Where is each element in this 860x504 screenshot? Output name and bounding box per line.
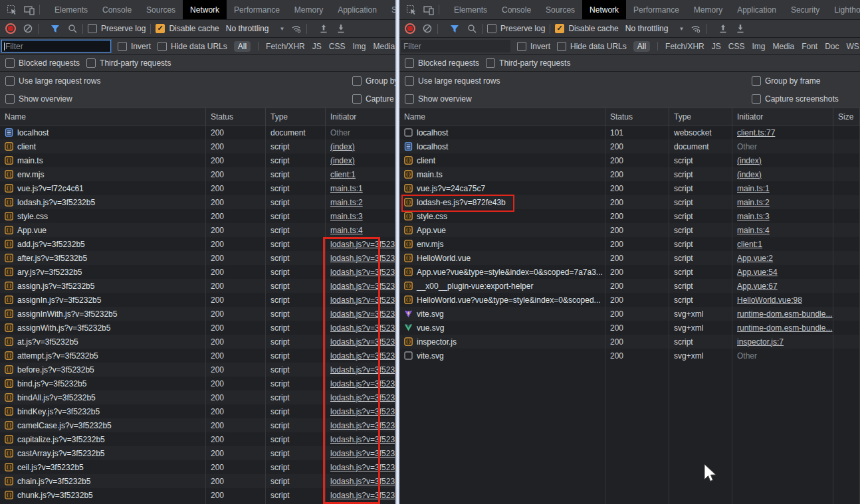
initiator-cell[interactable]: main.ts:2 xyxy=(732,195,833,209)
initiator-cell[interactable]: lodash.js?v=3f523 xyxy=(326,335,395,349)
name-cell[interactable]: ()App.vue?vue&type=style&index=0&scoped=… xyxy=(399,265,605,279)
name-cell[interactable]: ()env.mjs xyxy=(399,237,605,251)
name-cell[interactable]: ()add.js?v=3f5232b5 xyxy=(0,237,206,251)
name-cell[interactable]: localhost xyxy=(399,139,605,153)
name-cell[interactable]: vue.svg xyxy=(399,321,605,335)
filter-chip-ws[interactable]: WS xyxy=(847,42,859,51)
name-cell[interactable]: ()bind.js?v=3f5232b5 xyxy=(0,377,206,390)
column-header-name[interactable]: Name xyxy=(0,108,206,125)
name-cell[interactable]: ()lodash-es.js?v=872fe43b xyxy=(399,195,605,209)
initiator-cell[interactable]: inspector.js:7 xyxy=(732,335,833,349)
initiator-cell[interactable]: App.vue:2 xyxy=(732,251,833,265)
filter-input[interactable]: Filter xyxy=(401,40,510,52)
large-rows-checkbox[interactable] xyxy=(405,76,414,86)
tab-application[interactable]: Application xyxy=(730,0,784,19)
filter-funnel-icon[interactable] xyxy=(50,23,60,34)
group-by-frame-checkbox[interactable] xyxy=(352,76,362,86)
name-cell[interactable]: ()bindKey.js?v=3f5232b5 xyxy=(0,404,206,418)
filter-chip-all[interactable]: All xyxy=(234,41,251,52)
table-row[interactable]: ()chunk.js?v=3f5232b5200scriptlodash.js?… xyxy=(0,488,395,502)
tab-application[interactable]: Application xyxy=(330,0,384,19)
name-cell[interactable]: ()bindAll.js?v=3f5232b5 xyxy=(0,390,206,404)
tab-elements[interactable]: Elements xyxy=(447,0,494,19)
group-by-frame-checkbox[interactable] xyxy=(752,76,761,86)
name-cell[interactable]: localhost xyxy=(399,126,605,139)
table-row[interactable]: ()env.mjs200scriptclient:1 xyxy=(0,167,395,181)
initiator-cell[interactable]: lodash.js?v=3f523 xyxy=(326,307,395,321)
initiator-cell[interactable]: lodash.js?v=3f523 xyxy=(326,321,395,335)
table-row[interactable]: ()assignInWith.js?v=3f5232b5200scriptlod… xyxy=(0,307,395,321)
name-cell[interactable]: ()capitalize.js?v=3f5232b5 xyxy=(0,432,206,446)
name-cell[interactable]: ()assignWith.js?v=3f5232b5 xyxy=(0,321,206,335)
name-cell[interactable]: ()main.ts xyxy=(399,167,605,181)
initiator-cell[interactable]: (index) xyxy=(326,153,395,167)
name-cell[interactable]: ()__x00__plugin-vue:export-helper xyxy=(399,279,605,293)
table-row[interactable]: vue.svg200svg+xmlruntime-dom.esm-bundle.… xyxy=(399,321,860,335)
third-party-checkbox[interactable] xyxy=(486,58,495,68)
table-row[interactable]: ()assignIn.js?v=3f5232b5200scriptlodash.… xyxy=(0,293,395,307)
initiator-cell[interactable]: lodash.js?v=3f523 xyxy=(326,377,395,390)
name-cell[interactable]: localhost xyxy=(0,126,206,139)
initiator-cell[interactable]: runtime-dom.esm-bundle... xyxy=(732,307,833,321)
filter-chip-all[interactable]: All xyxy=(633,41,650,52)
table-row[interactable]: ()App.vue200scriptmain.ts:4 xyxy=(399,223,860,237)
initiator-cell[interactable]: App.vue:67 xyxy=(732,279,833,293)
initiator-cell[interactable]: main.ts:1 xyxy=(326,181,395,195)
name-cell[interactable]: ()App.vue xyxy=(0,223,206,237)
initiator-cell[interactable]: main.ts:4 xyxy=(732,223,833,237)
name-cell[interactable]: ()after.js?v=3f5232b5 xyxy=(0,251,206,265)
table-row[interactable]: ()camelCase.js?v=3f5232b5200scriptlodash… xyxy=(0,418,395,432)
device-toolbar-icon[interactable] xyxy=(24,5,35,15)
name-cell[interactable]: ()HelloWorld.vue xyxy=(399,251,605,265)
table-row[interactable]: ()lodash-es.js?v=872fe43b200scriptmain.t… xyxy=(399,195,860,209)
blocked-requests-checkbox[interactable] xyxy=(5,58,15,68)
filter-chip-img[interactable]: Img xyxy=(352,42,366,51)
capture-screenshots-checkbox[interactable] xyxy=(752,94,761,104)
export-har-icon[interactable] xyxy=(336,23,346,34)
column-header-initiator[interactable]: Initiator xyxy=(732,108,833,125)
inspect-element-icon[interactable] xyxy=(406,5,417,15)
table-row[interactable]: ()at.js?v=3f5232b5200scriptlodash.js?v=3… xyxy=(0,335,395,349)
initiator-cell[interactable]: lodash.js?v=3f523 xyxy=(326,293,395,307)
table-row[interactable]: ()style.css200scriptmain.ts:3 xyxy=(399,209,860,223)
name-cell[interactable]: ()client xyxy=(399,153,605,167)
filter-input[interactable]: Filter xyxy=(1,40,111,52)
tab-console[interactable]: Console xyxy=(95,0,139,19)
table-row[interactable]: localhost101websocketclient.ts:77 xyxy=(399,126,860,139)
initiator-cell[interactable]: lodash.js?v=3f523 xyxy=(326,446,395,460)
column-header-type[interactable]: Type xyxy=(266,108,326,125)
initiator-cell[interactable]: main.ts:2 xyxy=(326,195,395,209)
column-header-initiator[interactable]: Initiator xyxy=(326,108,395,125)
window-divider[interactable] xyxy=(395,0,399,504)
table-row[interactable]: ()main.ts200script(index) xyxy=(399,167,860,181)
table-row[interactable]: ()chain.js?v=3f5232b5200scriptlodash.js?… xyxy=(0,474,395,488)
table-row[interactable]: ()client200script(index) xyxy=(399,153,860,167)
filter-funnel-icon[interactable] xyxy=(449,23,460,34)
name-cell[interactable]: vite.svg xyxy=(399,307,605,321)
name-cell[interactable]: ()attempt.js?v=3f5232b5 xyxy=(0,349,206,363)
filter-chip-css[interactable]: CSS xyxy=(329,42,346,51)
blocked-requests-checkbox[interactable] xyxy=(405,58,414,68)
initiator-cell[interactable]: lodash.js?v=3f523 xyxy=(326,265,395,279)
filter-chip-doc[interactable]: Doc xyxy=(825,42,839,51)
name-cell[interactable]: ()ceil.js?v=3f5232b5 xyxy=(0,460,206,474)
initiator-cell[interactable]: client:1 xyxy=(326,167,395,181)
name-cell[interactable]: ()castArray.js?v=3f5232b5 xyxy=(0,446,206,460)
table-row[interactable]: ()add.js?v=3f5232b5200scriptlodash.js?v=… xyxy=(0,237,395,251)
tab-performance[interactable]: Performance xyxy=(227,0,287,19)
name-cell[interactable]: ()style.css xyxy=(0,209,206,223)
clear-network-log-icon[interactable] xyxy=(23,23,33,34)
tab-sources[interactable]: Sources xyxy=(139,0,183,19)
search-icon[interactable] xyxy=(67,23,78,34)
table-row[interactable]: localhost200documentOther xyxy=(0,126,395,139)
hide-data-urls-checkbox[interactable] xyxy=(158,42,167,51)
inspect-element-icon[interactable] xyxy=(7,5,17,15)
tab-network[interactable]: Network xyxy=(582,0,626,19)
column-header-status[interactable]: Status xyxy=(206,108,266,125)
table-row[interactable]: ()assignWith.js?v=3f5232b5200scriptlodas… xyxy=(0,321,395,335)
name-cell[interactable]: ()at.js?v=3f5232b5 xyxy=(0,335,206,349)
table-row[interactable]: ()assign.js?v=3f5232b5200scriptlodash.js… xyxy=(0,279,395,293)
name-cell[interactable]: ()lodash.js?v=3f5232b5 xyxy=(0,195,206,209)
filter-chip-font[interactable]: Font xyxy=(802,42,817,51)
name-cell[interactable]: ()HelloWorld.vue?vue&type=style&index=0&… xyxy=(399,293,605,307)
